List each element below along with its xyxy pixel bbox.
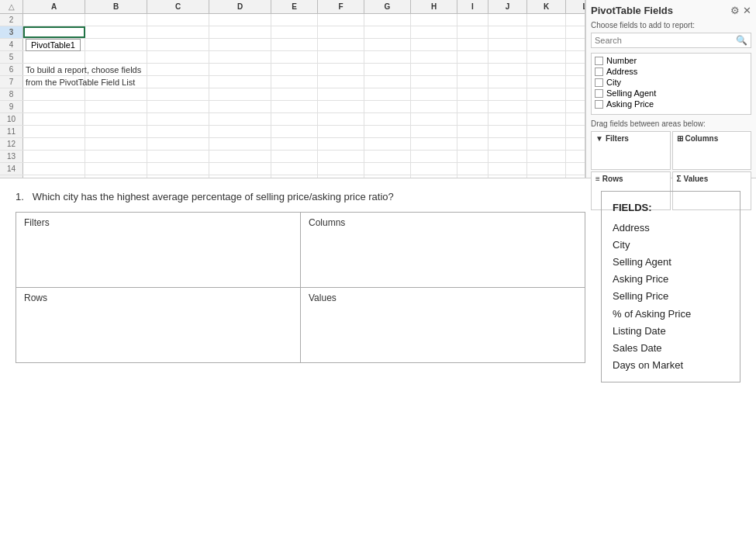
cell-col-l-12[interactable] [566, 138, 585, 150]
cell-col-f-8[interactable] [318, 88, 364, 100]
cell-B5[interactable] [85, 51, 147, 63]
cell-D3[interactable] [209, 26, 271, 38]
cell-G7[interactable] [364, 76, 411, 88]
cell-col-i-10[interactable] [457, 113, 488, 125]
cell-col-d-14[interactable] [209, 163, 271, 175]
cell-L6[interactable] [566, 64, 585, 75]
cell-col-g-12[interactable] [364, 138, 411, 150]
cell-I5[interactable] [457, 51, 488, 63]
pivot-area-columns[interactable]: ⊞ Columns [672, 131, 752, 170]
cell-A6[interactable]: To build a report, choose fields [23, 64, 85, 75]
cell-A5[interactable] [23, 51, 85, 63]
cell-col-k-8[interactable] [527, 88, 566, 100]
cell-col-j-14[interactable] [488, 163, 527, 175]
cell-G4[interactable] [364, 39, 411, 50]
cell-E6[interactable] [271, 64, 318, 75]
cell-G2[interactable] [364, 14, 411, 26]
cell-C3[interactable] [147, 26, 209, 38]
cell-E2[interactable] [271, 14, 318, 26]
cell-col-d-12[interactable] [209, 138, 271, 150]
cell-col-a-12[interactable] [23, 138, 85, 150]
cell-col-l-15[interactable] [566, 175, 585, 178]
cell-D2[interactable] [209, 14, 271, 26]
settings-icon[interactable]: ⚙ [730, 5, 740, 16]
cell-col-j-9[interactable] [488, 101, 527, 112]
cell-L5[interactable] [566, 51, 585, 63]
cell-A7[interactable]: from the PivotTable Field List [23, 76, 85, 88]
cell-H2[interactable] [411, 14, 457, 26]
cell-col-j-12[interactable] [488, 138, 527, 150]
cell-K2[interactable] [527, 14, 566, 26]
cell-F3[interactable] [318, 26, 364, 38]
cell-col-l-13[interactable] [566, 151, 585, 162]
cell-col-c-15[interactable] [147, 175, 209, 178]
cell-B7[interactable] [85, 76, 147, 88]
cell-L7[interactable] [566, 76, 585, 88]
cell-col-e-11[interactable] [271, 126, 318, 137]
cell-col-k-15[interactable] [527, 175, 566, 178]
cell-C6[interactable] [147, 64, 209, 75]
cell-col-j-15[interactable] [488, 175, 527, 178]
cell-col-b-11[interactable] [85, 126, 147, 137]
cell-col-d-15[interactable] [209, 175, 271, 178]
pivot-area-filters[interactable]: ▼ Filters [591, 131, 671, 170]
cell-col-c-12[interactable] [147, 138, 209, 150]
cell-col-d-11[interactable] [209, 126, 271, 137]
cell-col-b-14[interactable] [85, 163, 147, 175]
cell-K4[interactable] [527, 39, 566, 50]
cell-C4[interactable] [147, 39, 209, 50]
cell-col-i-12[interactable] [457, 138, 488, 150]
cell-B2[interactable] [85, 14, 147, 26]
cell-col-k-10[interactable] [527, 113, 566, 125]
cell-col-e-10[interactable] [271, 113, 318, 125]
cell-col-d-8[interactable] [209, 88, 271, 100]
col-header-A[interactable]: A [23, 0, 85, 13]
cell-D6[interactable] [209, 64, 271, 75]
cell-H5[interactable] [411, 51, 457, 63]
cell-I6[interactable] [457, 64, 488, 75]
pivot-filters-cell[interactable]: Filters [16, 213, 301, 288]
field-checkbox-address[interactable] [595, 67, 603, 76]
cell-col-i-14[interactable] [457, 163, 488, 175]
col-header-B[interactable]: B [85, 0, 147, 13]
cell-D7[interactable] [209, 76, 271, 88]
cell-col-e-12[interactable] [271, 138, 318, 150]
cell-col-g-9[interactable] [364, 101, 411, 112]
cell-col-j-8[interactable] [488, 88, 527, 100]
cell-L3[interactable] [566, 26, 585, 38]
cell-col-d-10[interactable] [209, 113, 271, 125]
cell-col-i-15[interactable] [457, 175, 488, 178]
cell-col-k-11[interactable] [527, 126, 566, 137]
cell-col-e-14[interactable] [271, 163, 318, 175]
cell-I2[interactable] [457, 14, 488, 26]
cell-col-e-13[interactable] [271, 151, 318, 162]
cell-col-i-8[interactable] [457, 88, 488, 100]
cell-G5[interactable] [364, 51, 411, 63]
cell-col-a-9[interactable] [23, 101, 85, 112]
cell-K7[interactable] [527, 76, 566, 88]
cell-col-d-13[interactable] [209, 151, 271, 162]
col-header-D[interactable]: D [209, 0, 271, 13]
cell-col-f-9[interactable] [318, 101, 364, 112]
cell-col-j-13[interactable] [488, 151, 527, 162]
cell-col-g-10[interactable] [364, 113, 411, 125]
cell-col-a-11[interactable] [23, 126, 85, 137]
cell-E3[interactable] [271, 26, 318, 38]
cell-col-i-13[interactable] [457, 151, 488, 162]
cell-col-k-9[interactable] [527, 101, 566, 112]
cell-col-f-12[interactable] [318, 138, 364, 150]
cell-col-b-8[interactable] [85, 88, 147, 100]
cell-col-h-14[interactable] [411, 163, 457, 175]
cell-E7[interactable] [271, 76, 318, 88]
cell-col-f-14[interactable] [318, 163, 364, 175]
cell-J4[interactable] [488, 39, 527, 50]
cell-col-h-15[interactable] [411, 175, 457, 178]
cell-col-c-11[interactable] [147, 126, 209, 137]
cell-col-k-13[interactable] [527, 151, 566, 162]
cell-E5[interactable] [271, 51, 318, 63]
pivot-values-cell[interactable]: Values [301, 288, 585, 363]
cell-col-l-9[interactable] [566, 101, 585, 112]
field-checkbox-city[interactable] [595, 78, 603, 87]
col-header-E[interactable]: E [271, 0, 318, 13]
cell-col-j-11[interactable] [488, 126, 527, 137]
